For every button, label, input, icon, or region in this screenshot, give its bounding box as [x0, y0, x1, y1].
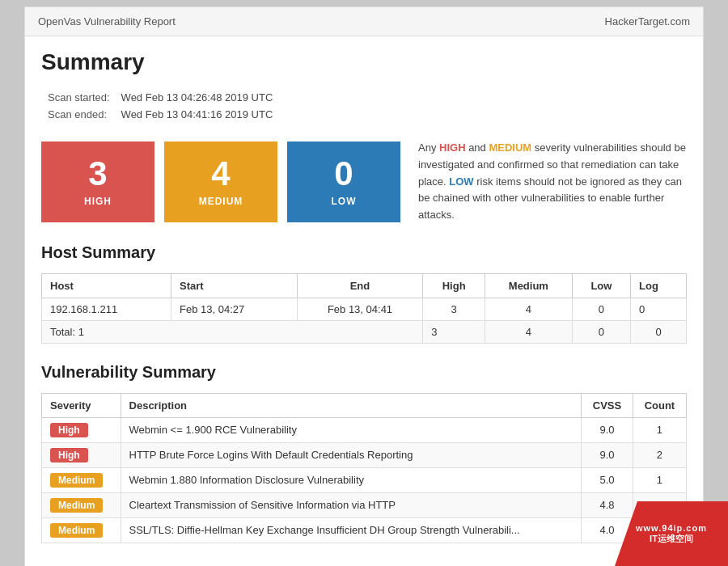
cvss-cell: 9.0 [582, 442, 633, 467]
end-cell: Feb 13, 04:41 [297, 298, 423, 320]
host-summary-title: Host Summary [41, 243, 687, 262]
summary-title: Summary [41, 49, 687, 75]
host-col-high: High [423, 273, 485, 298]
total-high: 3 [423, 320, 485, 343]
count-cell: 1 [633, 417, 686, 442]
description-cell: SSL/TLS: Diffie-Hellman Key Exchange Ins… [121, 517, 582, 543]
summary-description: Any HIGH and MEDIUM severity vulnerabili… [410, 140, 687, 224]
desc-part2: and [466, 142, 489, 154]
scan-started-value: Wed Feb 13 04:26:48 2019 UTC [116, 90, 278, 105]
description-cell: Webmin 1.880 Information Disclosure Vuln… [121, 467, 582, 492]
host-col-host: Host [42, 273, 171, 298]
cvss-cell: 4.8 [582, 492, 633, 517]
header-left: OpenVas Vulnerability Report [38, 15, 176, 27]
host-col-log: Log [631, 273, 687, 298]
medium-count: 4 [211, 157, 230, 191]
table-row: Medium SSL/TLS: Diffie-Hellman Key Excha… [42, 517, 687, 543]
host-col-end: End [297, 273, 423, 298]
header-right: HackerTarget.com [605, 15, 690, 27]
severity-badge: Medium [50, 498, 103, 513]
count-cell: 1 [633, 467, 686, 492]
report-header: OpenVas Vulnerability Report HackerTarge… [25, 7, 703, 36]
table-row: High Webmin <= 1.900 RCE Vulnerability 9… [42, 417, 687, 442]
watermark-line2: IT运维空间 [650, 533, 693, 545]
medium-score-box: 4 MEDIUM [164, 142, 277, 222]
vuln-summary-table: Severity Description CVSS Count High Web… [41, 393, 687, 543]
high-cell: 3 [423, 298, 485, 320]
medium-cell: 4 [485, 298, 572, 320]
start-cell: Feb 13, 04:27 [171, 298, 298, 320]
table-row: High HTTP Brute Force Logins With Defaul… [42, 442, 687, 467]
severity-cell: High [42, 417, 121, 442]
desc-low: LOW [449, 175, 473, 188]
table-row: 192.168.1.211 Feb 13, 04:27 Feb 13, 04:4… [42, 298, 687, 320]
table-row: Medium Webmin 1.880 Information Disclosu… [42, 467, 687, 492]
total-medium: 4 [485, 320, 572, 343]
desc-part1: Any [418, 142, 439, 154]
log-cell: 0 [631, 298, 687, 320]
count-cell: 2 [633, 442, 686, 467]
severity-badge: High [50, 448, 88, 463]
severity-cell: High [42, 442, 121, 467]
high-label: HIGH [84, 196, 112, 207]
severity-badge: High [50, 423, 88, 437]
severity-cell: Medium [42, 492, 121, 517]
desc-high: HIGH [439, 142, 466, 154]
vuln-col-count: Count [633, 393, 686, 417]
vuln-col-description: Description [121, 393, 582, 417]
host-col-low: Low [572, 273, 630, 298]
severity-cell: Medium [42, 467, 121, 492]
host-col-start: Start [171, 273, 298, 298]
host-col-medium: Medium [485, 273, 572, 298]
vuln-summary-title: Vulnerability Summary [41, 363, 687, 382]
vuln-col-severity: Severity [42, 393, 121, 417]
low-score-box: 0 LOW [287, 142, 400, 222]
scores-section: 3 HIGH 4 MEDIUM 0 LOW Any HIGH and MEDIU… [41, 140, 687, 224]
severity-cell: Medium [42, 517, 121, 543]
table-row: Medium Cleartext Transmission of Sensiti… [42, 492, 687, 517]
cvss-cell: 9.0 [582, 417, 633, 442]
host-cell: 192.168.1.211 [42, 298, 171, 320]
scan-ended-value: Wed Feb 13 04:41:16 2019 UTC [116, 107, 278, 122]
high-score-box: 3 HIGH [41, 142, 154, 222]
description-cell: Cleartext Transmission of Sensitive Info… [121, 492, 582, 517]
low-cell: 0 [572, 298, 630, 320]
low-label: LOW [332, 196, 357, 207]
low-count: 0 [334, 157, 353, 191]
desc-medium: MEDIUM [489, 142, 531, 154]
vuln-col-cvss: CVSS [582, 393, 633, 417]
description-cell: HTTP Brute Force Logins With Default Cre… [121, 442, 582, 467]
watermark-line1: www.94ip.com [636, 523, 707, 533]
severity-badge: Medium [50, 473, 103, 488]
scan-started-label: Scan started: [43, 90, 115, 105]
totals-row: Total: 1 3 4 0 0 [42, 320, 687, 343]
medium-label: MEDIUM [199, 196, 243, 207]
scan-info: Scan started: Wed Feb 13 04:26:48 2019 U… [41, 88, 687, 124]
description-cell: Webmin <= 1.900 RCE Vulnerability [121, 417, 582, 442]
severity-badge: Medium [50, 523, 103, 538]
total-low: 0 [572, 320, 630, 343]
cvss-cell: 5.0 [582, 467, 633, 492]
scores-group: 3 HIGH 4 MEDIUM 0 LOW [41, 142, 410, 222]
scan-ended-label: Scan ended: [43, 107, 115, 122]
high-count: 3 [88, 157, 107, 191]
total-log: 0 [631, 320, 687, 343]
total-label: Total: 1 [42, 320, 423, 343]
host-summary-table: Host Start End High Medium Low Log 192.1… [41, 273, 687, 344]
